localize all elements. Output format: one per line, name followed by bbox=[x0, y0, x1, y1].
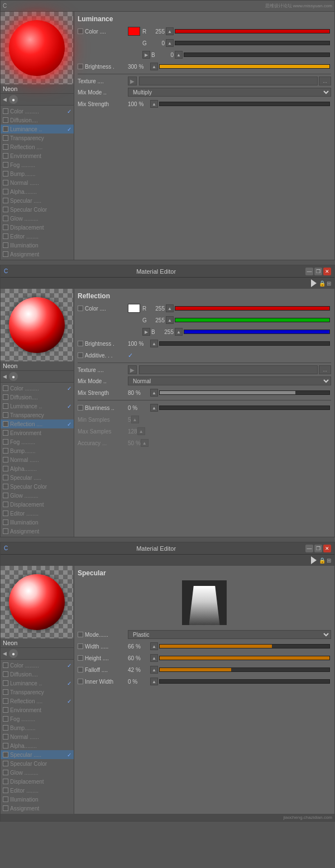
sidebar-item-luminance[interactable]: Luminance ..✓ bbox=[1, 679, 74, 688]
sidebar-check-color[interactable] bbox=[3, 108, 8, 114]
sidebar-check-fog[interactable] bbox=[3, 439, 8, 445]
spec-width-slider[interactable] bbox=[159, 644, 330, 648]
spec-width-arrow[interactable]: ▲ bbox=[150, 642, 158, 650]
sidebar-item-bump[interactable]: Bump....... bbox=[1, 169, 74, 178]
brightness-arrow[interactable]: ▲ bbox=[150, 63, 158, 70]
sidebar-check-specular[interactable] bbox=[3, 752, 8, 757]
sidebar1-add-icon[interactable]: ● bbox=[9, 95, 18, 104]
blurriness-checkbox[interactable] bbox=[78, 405, 83, 411]
sidebar-item-specular-color[interactable]: Specular Color bbox=[1, 759, 74, 768]
ref-b-icon[interactable]: ▶ bbox=[142, 328, 150, 336]
spec-inner-width-checkbox[interactable] bbox=[78, 679, 83, 684]
sidebar-item-specular-color[interactable]: Specular Color bbox=[1, 482, 74, 491]
b-slider[interactable] bbox=[184, 53, 330, 57]
sidebar-check-displacement[interactable] bbox=[3, 779, 8, 784]
sidebar-item-diffusion[interactable]: Diffusion.... bbox=[1, 116, 74, 125]
sidebar-check-bump[interactable] bbox=[3, 448, 8, 454]
brightness-checkbox[interactable] bbox=[78, 64, 83, 69]
ref-g-arrow[interactable]: ▲ bbox=[166, 316, 174, 324]
sidebar-check-luminance[interactable] bbox=[3, 126, 8, 132]
sidebar-item-bump[interactable]: Bump....... bbox=[1, 446, 74, 455]
sidebar-check-fog[interactable] bbox=[3, 716, 8, 722]
sidebar-check-specular color[interactable] bbox=[3, 484, 8, 489]
expand-icon-2[interactable]: ⊞ bbox=[327, 280, 331, 287]
spec-width-checkbox[interactable] bbox=[78, 643, 83, 649]
brightness-slider[interactable] bbox=[159, 64, 330, 69]
sidebar-check-illumination[interactable] bbox=[3, 519, 8, 525]
sidebar-item-transparency[interactable]: Transparency bbox=[1, 411, 74, 419]
expand-icon-3[interactable]: ⊞ bbox=[327, 557, 331, 564]
sidebar-check-alpha[interactable] bbox=[3, 743, 8, 748]
restore-btn-2[interactable]: ❐ bbox=[314, 268, 322, 275]
restore-btn-3[interactable]: ❐ bbox=[314, 545, 322, 552]
sidebar1-arrow-left[interactable]: ◀ bbox=[3, 97, 7, 102]
sidebar-item-displacement[interactable]: Displacement bbox=[1, 777, 74, 786]
sidebar-check-luminance[interactable] bbox=[3, 680, 8, 686]
sidebar-item-environment[interactable]: Environment bbox=[1, 428, 74, 437]
sidebar-item-assignment[interactable]: Assignment bbox=[1, 250, 74, 259]
sidebar-item-luminance[interactable]: Luminance ..✓ bbox=[1, 125, 74, 133]
sidebar-check-illumination[interactable] bbox=[3, 242, 8, 248]
sidebar3-arrow-left[interactable]: ◀ bbox=[3, 651, 7, 656]
g-slider[interactable] bbox=[175, 41, 330, 45]
sidebar-item-color[interactable]: Color .........✓ bbox=[1, 107, 74, 116]
sidebar-item-color[interactable]: Color .........✓ bbox=[1, 384, 74, 393]
sidebar2-arrow-left[interactable]: ◀ bbox=[3, 374, 7, 379]
sidebar-check-editor[interactable] bbox=[3, 788, 8, 793]
sidebar-check-reflection[interactable] bbox=[3, 144, 8, 150]
sidebar-item-diffusion[interactable]: Diffusion.... bbox=[1, 670, 74, 679]
spec-falloff-slider[interactable] bbox=[159, 667, 330, 672]
sidebar-check-displacement[interactable] bbox=[3, 225, 8, 230]
accuracy-arrow[interactable]: ▲ bbox=[141, 439, 149, 447]
additive-checkbox[interactable] bbox=[78, 352, 83, 358]
sidebar-item-glow[interactable]: Glow ......... bbox=[1, 768, 74, 777]
sidebar-item-normal[interactable]: Normal ...... bbox=[1, 732, 74, 741]
b-arrow[interactable]: ▲ bbox=[175, 51, 183, 59]
sidebar-check-fog[interactable] bbox=[3, 162, 8, 168]
sidebar-item-transparency[interactable]: Transparency bbox=[1, 688, 74, 697]
sidebar-check-glow[interactable] bbox=[3, 216, 8, 221]
sidebar-item-illumination[interactable]: Illumination bbox=[1, 518, 74, 527]
sidebar-check-reflection[interactable] bbox=[3, 698, 8, 704]
sidebar-check-editor[interactable] bbox=[3, 511, 8, 516]
sidebar-check-specular color[interactable] bbox=[3, 207, 8, 212]
sidebar-item-glow[interactable]: Glow ......... bbox=[1, 214, 74, 223]
ref-brightness-slider[interactable] bbox=[159, 341, 330, 346]
ref-g-slider[interactable] bbox=[175, 318, 330, 322]
sidebar2-add-icon[interactable]: ● bbox=[9, 372, 18, 381]
sidebar-check-bump[interactable] bbox=[3, 725, 8, 731]
sidebar-item-normal[interactable]: Normal ...... bbox=[1, 178, 74, 187]
sidebar-item-diffusion[interactable]: Diffusion.... bbox=[1, 393, 74, 402]
sidebar-check-assignment[interactable] bbox=[3, 528, 8, 534]
sidebar-item-editor[interactable]: Editor ........ bbox=[1, 509, 74, 518]
sidebar-check-color[interactable] bbox=[3, 662, 8, 668]
ref-b-slider[interactable] bbox=[184, 330, 330, 334]
sidebar-check-color[interactable] bbox=[3, 385, 8, 391]
r-arrow[interactable]: ▲ bbox=[166, 27, 174, 35]
spec-height-arrow[interactable]: ▲ bbox=[150, 654, 158, 662]
sidebar-check-assignment[interactable] bbox=[3, 805, 8, 811]
minimize-btn-2[interactable]: — bbox=[305, 268, 313, 275]
sidebar-item-transparency[interactable]: Transparency bbox=[1, 133, 74, 142]
sidebar-check-diffusion[interactable] bbox=[3, 394, 8, 400]
sidebar-check-specular color[interactable] bbox=[3, 761, 8, 766]
b-icon[interactable]: ▶ bbox=[142, 51, 150, 59]
sidebar-check-diffusion[interactable] bbox=[3, 671, 8, 677]
sidebar-item-glow[interactable]: Glow ......... bbox=[1, 491, 74, 500]
ref-color-swatch[interactable] bbox=[128, 304, 140, 313]
sidebar-check-editor[interactable] bbox=[3, 233, 8, 239]
sidebar-check-environment[interactable] bbox=[3, 430, 8, 436]
sidebar-item-specular-color[interactable]: Specular Color bbox=[1, 205, 74, 214]
panel2-tab-arrow[interactable] bbox=[311, 279, 317, 287]
spec-height-checkbox[interactable] bbox=[78, 655, 83, 661]
ref-brightness-checkbox[interactable] bbox=[78, 341, 83, 346]
sidebar-check-transparency[interactable] bbox=[3, 689, 8, 695]
blurriness-slider[interactable] bbox=[159, 406, 330, 410]
sidebar-item-assignment[interactable]: Assignment bbox=[1, 804, 74, 813]
sidebar-check-transparency[interactable] bbox=[3, 412, 8, 418]
spec-inner-width-slider[interactable] bbox=[159, 679, 330, 684]
sidebar-item-editor[interactable]: Editor ........ bbox=[1, 786, 74, 795]
ref-b-arrow[interactable]: ▲ bbox=[175, 328, 183, 336]
sidebar-item-displacement[interactable]: Displacement bbox=[1, 223, 74, 232]
mix-strength-slider-2[interactable] bbox=[159, 390, 330, 395]
